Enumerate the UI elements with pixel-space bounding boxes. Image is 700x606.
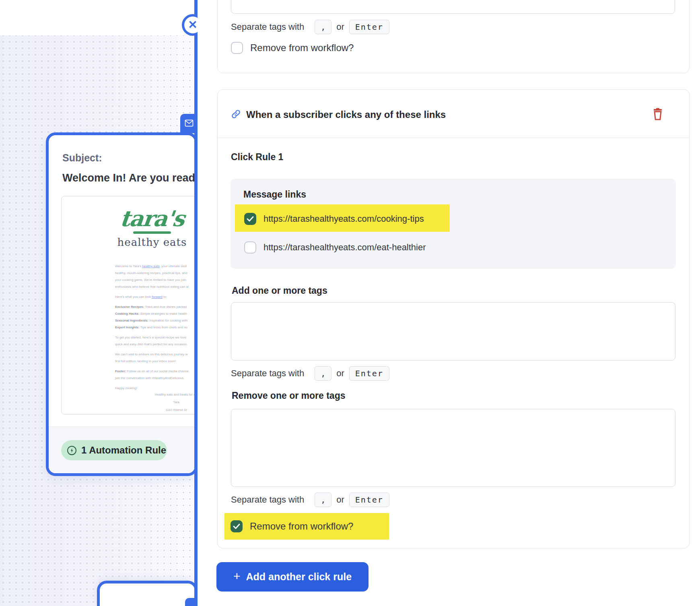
remove-from-workflow-label: Remove from workflow? [250,521,353,532]
email-preview: tara's healthy eats Welcome to Tara's he… [61,196,198,414]
close-icon: ✕ [188,19,197,31]
click-rule-card: When a subscriber clicks any of these li… [217,89,690,548]
automation-rule-badge[interactable]: 1 Automation Rule [61,440,167,460]
click-rule-title: Click Rule 1 [231,152,283,163]
remove-from-workflow-checkbox[interactable] [231,520,243,532]
remove-from-workflow-row: Remove from workflow? [231,42,354,54]
check-icon [233,524,240,529]
delete-rule-button[interactable] [650,107,666,123]
envelope-icon [185,120,194,127]
comma-key: , [315,366,331,381]
logo-script-text: tara's [119,207,185,231]
separate-tags-hint: Separate tags with , or Enter [231,493,389,507]
automation-rules-panel: Separate tags with , or Enter Remove fro… [198,0,700,606]
separate-tags-text: Separate tags with [231,368,304,379]
panel-edge-line [194,0,198,606]
tags-input[interactable] [231,0,675,14]
rule-header: When a subscriber clicks any of these li… [218,90,689,138]
remove-tags-label: Remove one or more tags [232,390,345,401]
email-body-text: Welcome to Tara's healthy eats, your ult… [115,263,198,392]
rule-header-title: When a subscriber clicks any of these li… [246,109,446,120]
or-text: or [336,22,344,32]
logo-subtitle: healthy eats [104,236,198,248]
separate-tags-hint: Separate tags with , or Enter [231,20,389,34]
brand-logo: tara's healthy eats [104,207,198,248]
tag-rule-card-partial: Separate tags with , or Enter Remove fro… [217,0,690,73]
or-text: or [336,495,344,505]
trash-icon [652,108,663,121]
separate-tags-text: Separate tags with [231,22,304,32]
comma-key: , [315,20,331,34]
subject-label: Subject: [62,152,102,164]
plus-icon: + [233,570,241,582]
check-icon [247,216,254,222]
link-row-cooking-tips: https://tarashealthyeats.com/cooking-tip… [244,213,424,225]
link-icon [231,109,241,119]
separate-tags-hint: Separate tags with , or Enter [231,366,389,381]
workflow-canvas: Subject: Welcome In! Are you read tara's… [0,0,198,606]
remove-from-workflow-label: Remove from workflow? [250,42,354,54]
remove-tags-input[interactable] [231,409,675,487]
message-links-panel: Message links https://tarashealthyeats.c… [231,179,676,269]
link-url: https://tarashealthyeats.com/cooking-tip… [264,214,424,224]
add-tags-input[interactable] [231,302,675,361]
add-click-rule-label: Add another click rule [246,571,352,583]
enter-key: Enter [349,493,389,507]
email-signature: Healthy eats and treats for all!Tara1110… [136,392,198,414]
separate-tags-text: Separate tags with [231,495,304,505]
message-links-title: Message links [243,189,306,200]
enter-key: Enter [349,20,389,34]
link-checkbox-eat-healthier[interactable] [244,241,256,254]
previous-card-partial [0,0,198,35]
enter-key: Enter [349,366,389,381]
or-text: or [336,368,344,379]
add-click-rule-button[interactable]: + Add another click rule [216,562,369,592]
remove-from-workflow-row: Remove from workflow? [231,520,353,532]
next-node-card[interactable] [97,581,198,606]
logo-underline [133,231,171,234]
comma-key: , [315,493,331,507]
link-url: https://tarashealthyeats.com/eat-healthi… [264,242,426,253]
add-tags-label: Add one or more tags [232,285,327,296]
remove-from-workflow-checkbox[interactable] [231,42,243,54]
email-node-card[interactable]: Subject: Welcome In! Are you read tara's… [46,132,198,476]
link-checkbox-cooking-tips[interactable] [244,213,256,225]
lightning-icon [67,445,77,456]
link-row-eat-healthier: https://tarashealthyeats.com/eat-healthi… [244,241,426,254]
automation-rule-label: 1 Automation Rule [81,445,166,456]
email-subject-text: Welcome In! Are you read [62,172,195,184]
